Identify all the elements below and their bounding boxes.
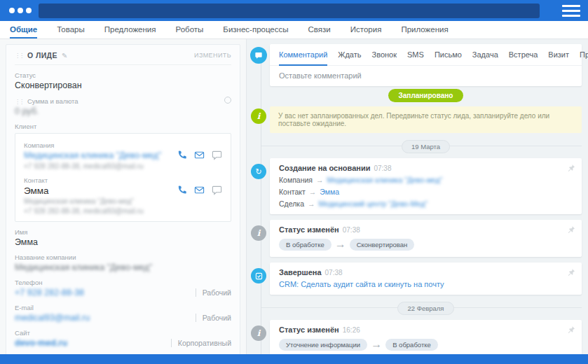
sync-icon: ↻ [251,164,266,179]
arrow-icon: → [371,338,382,351]
composer-tab-apps[interactable]: Приложения [580,50,588,66]
tab-bizproc[interactable]: Бизнес-процессы [223,21,288,38]
composer-tab-comment[interactable]: Комментарий [279,50,327,66]
pin-icon[interactable] [567,326,575,334]
item-time: 07:38 [343,226,360,234]
row-label: Контакт [279,188,306,196]
phone-type-label: Рабочий [196,288,231,297]
edit-section-link[interactable]: ИЗМЕНИТЬ [194,52,231,59]
tab-links[interactable]: Связи [308,21,331,38]
composer-tab-visit[interactable]: Визит [548,50,569,66]
site-value-link[interactable]: devo-med.ru [15,338,67,348]
planned-badge: Запланировано [388,89,464,102]
pin-icon[interactable] [567,164,575,172]
email-field-label: E-mail [15,304,231,312]
item-title: Завершена [279,268,322,276]
phone-value-link[interactable]: +7 928 282-88-38 [15,288,84,298]
tab-quotes[interactable]: Предложения [104,21,156,38]
task-link[interactable]: CRM: Сделать аудит сайта и скинуть на по… [279,280,444,288]
tab-history[interactable]: История [350,21,382,38]
pin-icon[interactable] [567,225,575,234]
status-badge: В обработке [279,239,331,251]
timeline-item-status-change: i Статус изменён16:26 Уточнение информац… [270,320,582,354]
phone-icon[interactable] [177,185,187,195]
chat-icon[interactable] [212,150,222,160]
contact-name[interactable]: Эмма [24,186,167,196]
item-title: Статус изменён [279,225,339,234]
contact-block: Контакт Эмма Медицинская клиника "Дево-м… [24,176,222,215]
task-check-icon [251,268,266,284]
composer-tab-task[interactable]: Задача [472,50,498,66]
item-time: 07:38 [325,269,343,276]
company-link[interactable]: Медицинская клиника "Дево-мед" [327,176,443,184]
drag-handle-icon[interactable]: ⋮⋮ [15,99,23,105]
no-planned-notice: i У вас нет запланированных дел. Передви… [270,106,582,133]
company-link[interactable]: Медицинская клиника "Дево-мед" [24,150,161,160]
address-bar[interactable] [39,4,540,18]
comment-bubble-icon [250,47,267,64]
tab-general[interactable]: Общие [10,21,37,38]
browser-topbar [0,0,588,21]
contact-link[interactable]: Эмма [320,188,339,196]
info-icon: i [251,225,266,241]
drag-handle-icon[interactable]: ⋮⋮ [15,52,23,59]
crm-lead-window: Общие Товары Предложения Роботы Бизнес-п… [0,0,588,364]
tab-robots[interactable]: Роботы [176,21,204,38]
field-settings-icon[interactable] [224,97,231,104]
timeline-item-task-completed: Завершена07:38 CRM: Сделать аудит сайта … [270,262,582,295]
date-separator: 22 Февраля [270,301,582,314]
status-value: Сконвертирован [15,80,231,90]
timeline-panel: Комментарий Ждать Звонок SMS Письмо Зада… [247,39,588,354]
activity-composer: Комментарий Ждать Звонок SMS Письмо Зада… [270,44,582,86]
date-pill: 22 Февраля [397,302,453,315]
email-value-link[interactable]: medical93@mail.ru [15,313,90,323]
composer-tabs: Комментарий Ждать Звонок SMS Письмо Зада… [270,44,582,66]
row-label: Сделка [279,200,304,208]
composer-tab-meeting[interactable]: Встреча [509,50,538,66]
tab-products[interactable]: Товары [57,21,85,38]
status-badge: Сконвертирован [350,239,415,251]
timeline-item-status-change: i Статус изменён07:38 В обработке→Сконве… [270,220,582,257]
tab-apps[interactable]: Приложения [401,21,448,38]
amount-value: 0 руб. [15,106,231,116]
section-title: О ЛИДЕ [27,51,57,59]
item-title: Создание на основании [279,164,370,172]
site-type-label: Корпоративный [171,339,231,347]
contact-company: Медицинская клиника "Дево-мед" [24,197,167,205]
site-field-label: Сайт [15,329,231,337]
notice-text: У вас нет запланированных дел. Передвинь… [278,112,549,127]
phone-icon[interactable] [177,150,187,160]
composer-tab-wait[interactable]: Ждать [338,50,361,66]
info-icon: i [251,108,266,124]
comment-input[interactable] [270,66,582,86]
row-label: Компания [279,176,313,184]
composer-tab-sms[interactable]: SMS [407,50,424,66]
item-title: Статус изменён [279,326,339,334]
date-pill: 19 Марта [402,140,450,153]
composer-tab-call[interactable]: Звонок [372,50,397,66]
lead-nav-tabs: Общие Товары Предложения Роботы Бизнес-п… [0,21,588,39]
date-separator: 19 Марта [270,139,582,152]
window-control-dots[interactable] [9,8,32,13]
email-icon[interactable] [194,150,205,160]
pin-icon[interactable] [567,268,575,276]
company-field-value: Медицинская клиника "Дево-мед" [15,262,231,272]
arrow-icon: → [308,200,315,208]
edit-pencil-icon[interactable]: ✎ [62,52,67,59]
status-label: Статус [15,71,231,79]
phone-field-label: Телефон [15,279,231,286]
status-badge: Уточнение информации [279,339,367,351]
email-icon[interactable] [194,185,205,195]
name-value: Эмма [15,237,231,247]
arrow-icon: → [316,176,324,184]
chat-icon[interactable] [212,185,222,195]
company-field-label: Название компании [15,253,231,261]
bottom-bar [0,354,588,364]
deal-link[interactable]: Медицинский центр "Дево-Мед" [319,200,428,208]
company-label: Компания [24,141,167,149]
company-contacts: +7 928 282-88-38, medical93@mail.ru [24,162,167,170]
hamburger-menu-icon[interactable] [562,5,580,17]
composer-tab-email[interactable]: Письмо [435,50,462,66]
contact-contacts: +7 928 282-88-38, medical93@mail.ru [24,207,167,215]
company-block: Компания Медицинская клиника "Дево-мед" … [24,141,222,170]
